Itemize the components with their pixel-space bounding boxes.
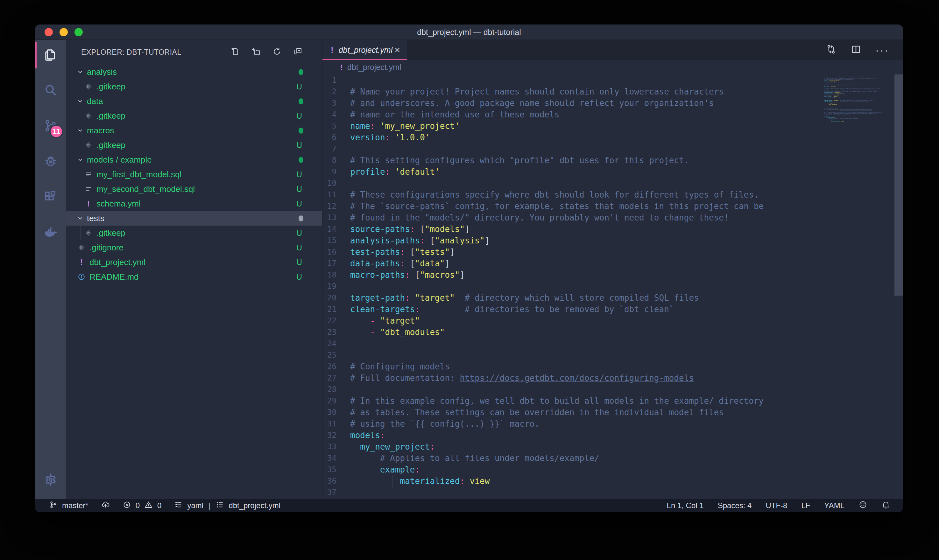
minimap[interactable]: # Name your project! Project names shoul… (824, 75, 894, 123)
tree-item-dbt-project-yml[interactable]: !dbt_project.ymlU (66, 255, 322, 269)
tree-item--gitkeep[interactable]: .gitkeepU (66, 226, 322, 240)
code-line[interactable]: 22 - "target" (322, 315, 820, 326)
git-untracked-badge: U (294, 258, 304, 267)
tree-item-my-first-dbt-model-sql[interactable]: my_first_dbt_model.sqlU (66, 167, 322, 182)
split-editor-icon[interactable] (851, 44, 861, 56)
code-line[interactable]: 20target-path: "target" # directory whic… (322, 292, 820, 303)
feedback-smiley-icon[interactable] (859, 500, 867, 511)
code-line[interactable]: 5name: 'my_new_project' (322, 120, 820, 132)
tree-item-data[interactable]: data (66, 94, 322, 109)
code-line[interactable]: 11# These configurations specify where d… (322, 189, 820, 200)
code-line[interactable]: 13# found in the "models/" directory. Yo… (322, 212, 820, 223)
code-line[interactable]: 29# In this example config, we tell dbt … (322, 395, 820, 407)
code-line[interactable]: 2# Name your project! Project names shou… (322, 86, 820, 97)
code-line[interactable]: 31# using the `{{ config(...) }}` macro. (322, 418, 820, 429)
code-line[interactable]: 33 my_new_project: (322, 441, 820, 452)
tree-item-my-second-dbt-model-sql[interactable]: my_second_dbt_model.sqlU (66, 182, 322, 196)
breadcrumb[interactable]: ! dbt_project.yml (322, 60, 903, 74)
cursor-position[interactable]: Ln 1, Col 1 (667, 501, 704, 510)
tree-item-label: .gitkeep (97, 111, 125, 121)
line-number: 34 (322, 454, 336, 463)
branch-status[interactable]: master* (49, 500, 88, 511)
tree-item-models-example[interactable]: models / example (66, 152, 322, 167)
line-content: version: '1.0.0' (350, 132, 430, 143)
code-line[interactable]: 25 (322, 349, 820, 361)
notifications-bell-icon[interactable] (881, 500, 890, 511)
editor-scrollbar-thumb[interactable] (894, 74, 903, 295)
tree-item-label: .gitkeep (97, 140, 125, 150)
tab-dbt-project-yml[interactable]: ! dbt_project.yml × (322, 40, 407, 60)
git-untracked-badge: U (294, 82, 304, 91)
new-file-icon[interactable] (230, 47, 240, 58)
code-line[interactable]: 36 materialized: view (322, 475, 820, 487)
tree-item--gitkeep[interactable]: .gitkeepU (66, 138, 322, 152)
code-line[interactable]: 14source-paths: ["models"] (322, 223, 820, 235)
tree-item-macros[interactable]: macros (66, 123, 322, 138)
code-line[interactable]: 8# This setting configures which "profil… (322, 155, 820, 166)
new-folder-icon[interactable] (251, 47, 261, 58)
git-untracked-badge: U (294, 185, 304, 194)
code-line[interactable]: 7 (322, 143, 820, 155)
code-line[interactable]: 23 - "dbt_modules" (322, 326, 820, 338)
code-line[interactable]: 32models: (322, 429, 820, 441)
code-line[interactable]: 10 (322, 177, 820, 189)
code-line[interactable]: 24 (322, 338, 820, 349)
error-icon (123, 500, 131, 511)
code-line[interactable]: 18macro-paths: ["macros"] (322, 269, 820, 281)
tree-item--gitkeep[interactable]: .gitkeepU (66, 109, 322, 123)
tree-item-tests[interactable]: tests (66, 211, 322, 226)
line-number: 5 (322, 122, 336, 131)
code-line[interactable]: 35 example: (322, 464, 820, 475)
code-line[interactable]: 4# name or the intended use of these mod… (322, 109, 820, 120)
code-line[interactable]: 21clean-targets: # directories to be rem… (322, 303, 820, 315)
indentation[interactable]: Spaces: 4 (718, 501, 752, 510)
activity-debug[interactable] (35, 147, 66, 177)
encoding[interactable]: UTF-8 (765, 501, 787, 510)
tree-item-schema-yml[interactable]: !schema.ymlU (66, 196, 322, 211)
code-line[interactable]: 37 (322, 487, 820, 498)
tab-close-icon[interactable]: × (393, 45, 402, 55)
tree-item-readme-md[interactable]: README.mdU (66, 269, 322, 284)
refresh-icon[interactable] (272, 47, 282, 58)
code-line[interactable]: 19 (322, 281, 820, 292)
code-line[interactable]: 28 (322, 384, 820, 395)
explorer-title: EXPLORER: DBT-TUTORIAL (81, 48, 182, 57)
code-line[interactable]: 30# as tables. These settings can be ove… (322, 407, 820, 418)
activity-extensions[interactable] (35, 182, 66, 213)
activity-search[interactable] (35, 75, 66, 106)
linter-status[interactable]: yaml | dbt_project.yml (174, 500, 280, 511)
git-untracked-badge: U (294, 141, 304, 150)
chevron-down-icon (77, 127, 84, 134)
open-changes-icon[interactable] (826, 44, 836, 56)
activity-source-control[interactable]: 11 (35, 111, 66, 142)
activity-bar: 11 (35, 40, 66, 499)
code-line[interactable]: 3# and underscores. A good package name … (322, 97, 820, 109)
code-line[interactable]: 17data-paths: ["data"] (322, 258, 820, 269)
activity-explorer[interactable] (35, 40, 66, 70)
git-branch-icon (49, 500, 58, 511)
tree-item--gitignore[interactable]: .gitignoreU (66, 240, 322, 255)
code-editor[interactable]: 12# Name your project! Project names sho… (322, 74, 903, 499)
tree-item-analysis[interactable]: analysis (66, 65, 322, 79)
publish-status[interactable] (101, 500, 110, 511)
code-line[interactable]: 6version: '1.0.0' (322, 132, 820, 143)
language-mode[interactable]: YAML (824, 501, 845, 510)
code-line[interactable]: 16test-paths: ["tests"] (322, 246, 820, 258)
eol-sequence[interactable]: LF (801, 501, 810, 510)
problems-status[interactable]: 0 0 (123, 500, 162, 511)
collapse-all-icon[interactable] (293, 47, 303, 58)
code-line[interactable]: 9profile: 'default' (322, 166, 820, 177)
git-untracked-badge: U (294, 272, 304, 282)
code-line[interactable]: 26# Configuring models (322, 361, 820, 372)
line-content: # as tables. These settings can be overr… (350, 407, 724, 418)
code-line[interactable]: 27# Full documentation: https://docs.get… (322, 372, 820, 384)
code-line[interactable]: 34 # Applies to all files under models/e… (322, 452, 820, 464)
activity-settings[interactable] (35, 465, 66, 496)
more-actions-icon[interactable]: ··· (875, 44, 889, 56)
tab-label: dbt_project.yml (339, 46, 393, 55)
activity-docker[interactable] (35, 218, 66, 249)
code-line[interactable]: 12# The `source-paths` config, for examp… (322, 200, 820, 212)
tree-item--gitkeep[interactable]: .gitkeepU (66, 79, 322, 94)
code-line[interactable]: 15analysis-paths: ["analysis"] (322, 235, 820, 246)
code-line[interactable]: 1 (322, 74, 820, 86)
